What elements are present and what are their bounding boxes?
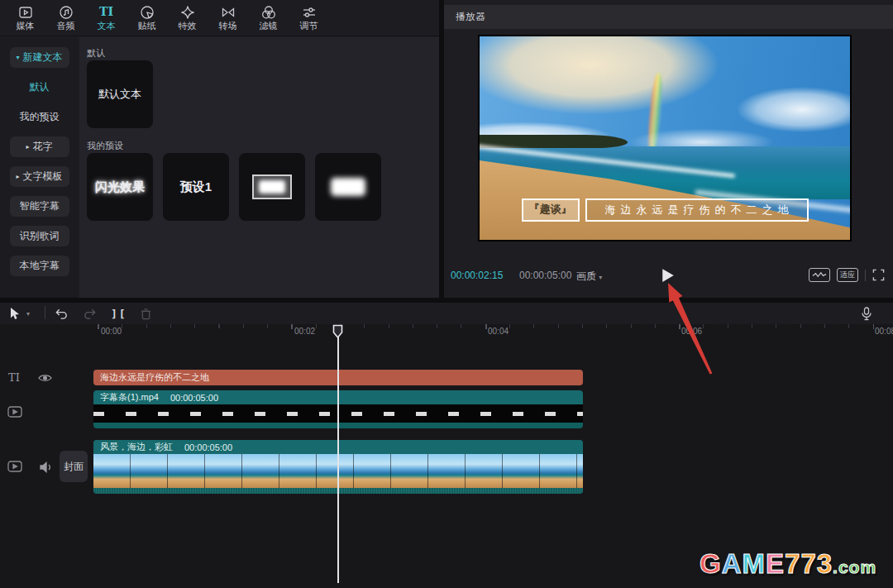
- sidebar-item-label: 我的预设: [20, 110, 60, 124]
- effects-icon: [180, 5, 195, 20]
- tab-sticker[interactable]: 贴纸: [127, 2, 167, 35]
- redo-button[interactable]: [83, 306, 97, 321]
- tab-label: 媒体: [17, 22, 35, 31]
- card-label: 预设1: [180, 179, 212, 195]
- filter-icon: [261, 5, 276, 20]
- speaker-icon[interactable]: [40, 461, 53, 473]
- select-tool-button[interactable]: [10, 306, 20, 321]
- fullscreen-icon[interactable]: [872, 269, 885, 281]
- timeline-panel: ▾ ][ 00:00 00:02 00:04 00:06 00:08 TI 封面…: [0, 303, 893, 588]
- sidebar-item-text-template[interactable]: ▸ 文字模板: [10, 166, 69, 187]
- sidebar-item-smart-subtitle[interactable]: 智能字幕: [10, 196, 69, 217]
- play-button[interactable]: [661, 268, 676, 283]
- clip-name: 字幕条(1).mp4: [100, 391, 159, 404]
- shoreline-trees: [480, 135, 628, 148]
- player-title: 播放器: [456, 10, 485, 24]
- cursor-icon: [10, 307, 20, 320]
- redo-icon: [83, 308, 97, 320]
- video-preview[interactable]: 『趣谈』 海边永远是疗伤的不二之地: [478, 35, 852, 241]
- text-track-icon: TI: [8, 371, 20, 384]
- tab-filter[interactable]: 滤镜: [248, 2, 289, 35]
- tab-label: 贴纸: [138, 22, 156, 31]
- card-preset-3[interactable]: [315, 153, 381, 221]
- card-preset-1[interactable]: 预设1: [163, 153, 229, 221]
- sidebar-item-default[interactable]: 默认: [10, 77, 69, 98]
- ruler-tick-label: 00:00: [101, 327, 122, 336]
- tab-media[interactable]: 媒体: [5, 2, 45, 35]
- sidebar-item-label: 新建文本: [23, 50, 63, 65]
- text-clip-label: 海边永远是疗伤的不二之地: [100, 371, 209, 384]
- tab-effects[interactable]: 特效: [167, 2, 208, 35]
- sidebar-item-my-presets[interactable]: 我的预设: [10, 107, 69, 127]
- tab-transition[interactable]: 转场: [208, 2, 248, 35]
- sticker-icon: [140, 5, 155, 20]
- section-title-my-presets: 我的预设: [87, 140, 123, 152]
- top-toolbar: 媒体 音频 TI 文本 贴纸 特效 转场 滤镜 调节: [0, 0, 439, 36]
- undo-button[interactable]: [55, 306, 69, 321]
- beach-scene: 『趣谈』 海边永远是疗伤的不二之地: [480, 36, 850, 240]
- eye-icon[interactable]: [38, 373, 52, 383]
- sidebar-item-label: 本地字幕: [20, 259, 60, 273]
- watermark-letter: M: [743, 548, 766, 579]
- ruler-tick-label: 00:04: [488, 327, 509, 336]
- total-duration: 00:00:05:00: [519, 270, 571, 281]
- undo-icon: [55, 308, 69, 320]
- sidebar-item-new-text[interactable]: ▾ 新建文本: [10, 47, 69, 68]
- chevron-right-icon: ▸: [16, 173, 19, 180]
- video-track-icon: [7, 461, 22, 472]
- trash-icon: [141, 308, 151, 320]
- playhead-line[interactable]: [337, 325, 339, 583]
- sidebar-item-local-subtitle[interactable]: 本地字幕: [10, 256, 69, 276]
- delete-button[interactable]: [141, 306, 151, 321]
- media-icon: [18, 5, 33, 20]
- chevron-down-icon: ▾: [599, 274, 602, 281]
- tab-label: 转场: [219, 22, 237, 31]
- player-controls: 00:00:02:15 00:00:05:00 画质 ▾ 适应: [444, 263, 893, 289]
- card-label: 默认文本: [98, 87, 141, 102]
- select-tool-caret[interactable]: ▾: [26, 306, 30, 321]
- subtitle-text: 海边永远是疗伤的不二之地: [585, 198, 809, 222]
- card-preset-flash[interactable]: 闪光效果: [87, 153, 153, 221]
- sidebar-item-lyrics-recognition[interactable]: 识别歌词: [10, 226, 69, 246]
- record-voiceover-button[interactable]: [862, 306, 872, 321]
- clip-duration: 00:00:05:00: [170, 393, 218, 403]
- chevron-right-icon: ▸: [26, 143, 29, 151]
- card-preset-2[interactable]: [239, 153, 305, 221]
- timeline-toolbar: ▾ ][: [0, 303, 893, 324]
- timeline-ruler[interactable]: 00:00 00:02 00:04 00:06 00:08: [0, 324, 893, 341]
- card-default-text[interactable]: 默认文本: [87, 60, 153, 128]
- clip-duration: 00:00:05:00: [184, 442, 232, 452]
- player-panel: 播放器 『趣谈』 海边永远是疗伤的不二之地 00:00:02:15 00:00:…: [444, 0, 893, 298]
- watermark-letter: A: [722, 548, 743, 579]
- section-title-default: 默认: [87, 47, 105, 60]
- ruler-tick-label: 00:02: [294, 327, 315, 336]
- sidebar-item-label: 文字模板: [23, 170, 63, 184]
- cover-button[interactable]: 封面: [60, 451, 88, 482]
- tab-text[interactable]: TI 文本: [86, 2, 127, 35]
- text-library-panel: 默认 默认文本 我的预设 闪光效果 预设1: [79, 37, 439, 298]
- watermark-letter: 7: [785, 548, 800, 579]
- quality-dropdown[interactable]: 画质 ▾: [576, 270, 602, 284]
- watermark-letter: 3: [817, 548, 833, 579]
- clip-name: 风景，海边，彩虹: [100, 441, 173, 453]
- sidebar: ▾ 新建文本 默认 我的预设 ▸ 花字 ▸ 文字模板 智能字幕 识别歌词 本地字…: [0, 37, 79, 298]
- preview-axis-button[interactable]: [809, 268, 830, 282]
- watermark-letter: E: [766, 548, 785, 579]
- sidebar-item-label: 默认: [30, 80, 50, 94]
- tab-audio[interactable]: 音频: [45, 2, 86, 35]
- tab-adjust[interactable]: 调节: [289, 2, 329, 35]
- left-panel: 媒体 音频 TI 文本 贴纸 特效 转场 滤镜 调节: [0, 0, 439, 298]
- playhead-handle[interactable]: [332, 324, 343, 339]
- ruler-tick-label: 00:06: [681, 327, 702, 336]
- subtitle-overlay: 『趣谈』 海边永远是疗伤的不二之地: [480, 198, 850, 222]
- sidebar-item-fancy-text[interactable]: ▸ 花字: [10, 136, 69, 157]
- adjust-icon: [302, 5, 317, 20]
- preset-thumbnail: [252, 174, 292, 199]
- chevron-down-icon: ▾: [16, 54, 19, 61]
- watermark-letter: .com: [833, 557, 876, 576]
- sidebar-item-label: 识别歌词: [20, 229, 60, 243]
- fit-ratio-button[interactable]: 适应: [837, 268, 858, 282]
- split-button[interactable]: ][: [111, 306, 127, 321]
- audio-icon: [59, 5, 74, 20]
- watermark-letter: 7: [800, 548, 816, 579]
